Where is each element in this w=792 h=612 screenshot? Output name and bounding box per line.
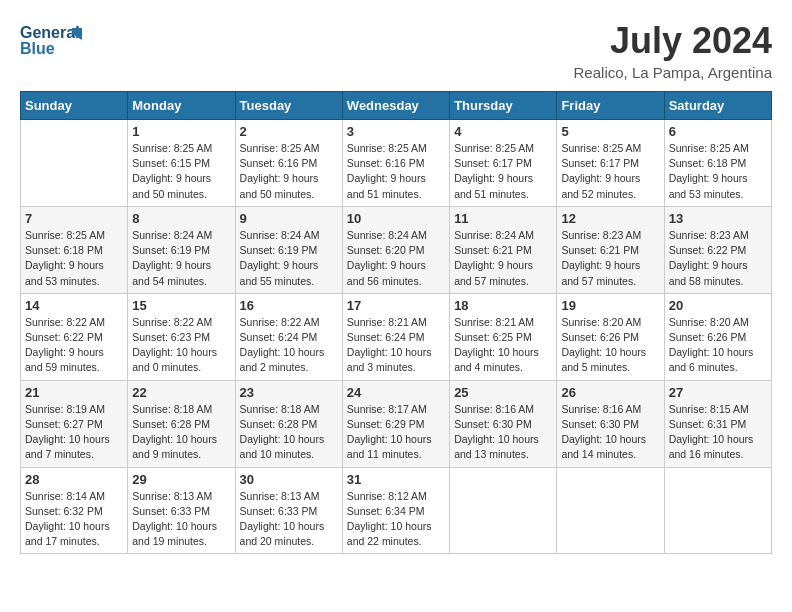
day-info: Sunrise: 8:16 AMSunset: 6:30 PMDaylight:… [454, 402, 552, 463]
day-info: Sunrise: 8:13 AMSunset: 6:33 PMDaylight:… [240, 489, 338, 550]
day-info: Sunrise: 8:15 AMSunset: 6:31 PMDaylight:… [669, 402, 767, 463]
day-info: Sunrise: 8:21 AMSunset: 6:24 PMDaylight:… [347, 315, 445, 376]
day-number: 24 [347, 385, 445, 400]
calendar-cell: 6Sunrise: 8:25 AMSunset: 6:18 PMDaylight… [664, 120, 771, 207]
calendar-cell: 21Sunrise: 8:19 AMSunset: 6:27 PMDayligh… [21, 380, 128, 467]
day-info: Sunrise: 8:23 AMSunset: 6:21 PMDaylight:… [561, 228, 659, 289]
day-info: Sunrise: 8:13 AMSunset: 6:33 PMDaylight:… [132, 489, 230, 550]
day-info: Sunrise: 8:25 AMSunset: 6:15 PMDaylight:… [132, 141, 230, 202]
calendar-cell: 20Sunrise: 8:20 AMSunset: 6:26 PMDayligh… [664, 293, 771, 380]
day-number: 14 [25, 298, 123, 313]
day-info: Sunrise: 8:25 AMSunset: 6:18 PMDaylight:… [669, 141, 767, 202]
logo: GeneralBlue [20, 20, 100, 60]
calendar-cell: 19Sunrise: 8:20 AMSunset: 6:26 PMDayligh… [557, 293, 664, 380]
week-row-4: 28Sunrise: 8:14 AMSunset: 6:32 PMDayligh… [21, 467, 772, 554]
page-header: GeneralBlue July 2024 Realico, La Pampa,… [20, 20, 772, 81]
week-row-3: 21Sunrise: 8:19 AMSunset: 6:27 PMDayligh… [21, 380, 772, 467]
day-info: Sunrise: 8:19 AMSunset: 6:27 PMDaylight:… [25, 402, 123, 463]
day-number: 10 [347, 211, 445, 226]
calendar-cell: 7Sunrise: 8:25 AMSunset: 6:18 PMDaylight… [21, 206, 128, 293]
day-number: 29 [132, 472, 230, 487]
title-block: July 2024 Realico, La Pampa, Argentina [574, 20, 772, 81]
day-number: 18 [454, 298, 552, 313]
day-number: 19 [561, 298, 659, 313]
day-number: 3 [347, 124, 445, 139]
calendar-cell: 17Sunrise: 8:21 AMSunset: 6:24 PMDayligh… [342, 293, 449, 380]
day-info: Sunrise: 8:24 AMSunset: 6:20 PMDaylight:… [347, 228, 445, 289]
calendar-cell: 8Sunrise: 8:24 AMSunset: 6:19 PMDaylight… [128, 206, 235, 293]
day-info: Sunrise: 8:18 AMSunset: 6:28 PMDaylight:… [132, 402, 230, 463]
calendar-cell [664, 467, 771, 554]
calendar-header-row: SundayMondayTuesdayWednesdayThursdayFrid… [21, 92, 772, 120]
calendar-cell: 1Sunrise: 8:25 AMSunset: 6:15 PMDaylight… [128, 120, 235, 207]
header-friday: Friday [557, 92, 664, 120]
day-number: 13 [669, 211, 767, 226]
day-info: Sunrise: 8:23 AMSunset: 6:22 PMDaylight:… [669, 228, 767, 289]
day-info: Sunrise: 8:24 AMSunset: 6:19 PMDaylight:… [240, 228, 338, 289]
calendar-cell: 27Sunrise: 8:15 AMSunset: 6:31 PMDayligh… [664, 380, 771, 467]
day-info: Sunrise: 8:20 AMSunset: 6:26 PMDaylight:… [669, 315, 767, 376]
day-number: 17 [347, 298, 445, 313]
day-number: 31 [347, 472, 445, 487]
day-info: Sunrise: 8:20 AMSunset: 6:26 PMDaylight:… [561, 315, 659, 376]
week-row-1: 7Sunrise: 8:25 AMSunset: 6:18 PMDaylight… [21, 206, 772, 293]
day-info: Sunrise: 8:22 AMSunset: 6:24 PMDaylight:… [240, 315, 338, 376]
day-info: Sunrise: 8:22 AMSunset: 6:22 PMDaylight:… [25, 315, 123, 376]
day-info: Sunrise: 8:18 AMSunset: 6:28 PMDaylight:… [240, 402, 338, 463]
day-number: 16 [240, 298, 338, 313]
month-year-title: July 2024 [574, 20, 772, 62]
day-number: 28 [25, 472, 123, 487]
calendar-cell: 10Sunrise: 8:24 AMSunset: 6:20 PMDayligh… [342, 206, 449, 293]
calendar-cell: 31Sunrise: 8:12 AMSunset: 6:34 PMDayligh… [342, 467, 449, 554]
header-thursday: Thursday [450, 92, 557, 120]
day-number: 11 [454, 211, 552, 226]
day-number: 22 [132, 385, 230, 400]
day-info: Sunrise: 8:14 AMSunset: 6:32 PMDaylight:… [25, 489, 123, 550]
week-row-0: 1Sunrise: 8:25 AMSunset: 6:15 PMDaylight… [21, 120, 772, 207]
calendar-cell: 22Sunrise: 8:18 AMSunset: 6:28 PMDayligh… [128, 380, 235, 467]
calendar-cell: 30Sunrise: 8:13 AMSunset: 6:33 PMDayligh… [235, 467, 342, 554]
day-number: 4 [454, 124, 552, 139]
calendar-cell: 24Sunrise: 8:17 AMSunset: 6:29 PMDayligh… [342, 380, 449, 467]
day-number: 26 [561, 385, 659, 400]
day-info: Sunrise: 8:16 AMSunset: 6:30 PMDaylight:… [561, 402, 659, 463]
day-number: 25 [454, 385, 552, 400]
day-info: Sunrise: 8:25 AMSunset: 6:16 PMDaylight:… [347, 141, 445, 202]
calendar-cell [21, 120, 128, 207]
svg-text:Blue: Blue [20, 40, 55, 57]
calendar-cell: 9Sunrise: 8:24 AMSunset: 6:19 PMDaylight… [235, 206, 342, 293]
calendar-cell: 14Sunrise: 8:22 AMSunset: 6:22 PMDayligh… [21, 293, 128, 380]
day-info: Sunrise: 8:24 AMSunset: 6:19 PMDaylight:… [132, 228, 230, 289]
day-number: 23 [240, 385, 338, 400]
calendar-cell: 13Sunrise: 8:23 AMSunset: 6:22 PMDayligh… [664, 206, 771, 293]
calendar-cell: 23Sunrise: 8:18 AMSunset: 6:28 PMDayligh… [235, 380, 342, 467]
calendar-cell: 25Sunrise: 8:16 AMSunset: 6:30 PMDayligh… [450, 380, 557, 467]
day-info: Sunrise: 8:17 AMSunset: 6:29 PMDaylight:… [347, 402, 445, 463]
day-number: 12 [561, 211, 659, 226]
day-number: 30 [240, 472, 338, 487]
day-number: 8 [132, 211, 230, 226]
day-number: 6 [669, 124, 767, 139]
logo-svg: GeneralBlue [20, 20, 100, 60]
svg-text:General: General [20, 24, 80, 41]
calendar-cell: 2Sunrise: 8:25 AMSunset: 6:16 PMDaylight… [235, 120, 342, 207]
header-sunday: Sunday [21, 92, 128, 120]
calendar-cell: 26Sunrise: 8:16 AMSunset: 6:30 PMDayligh… [557, 380, 664, 467]
calendar-cell: 16Sunrise: 8:22 AMSunset: 6:24 PMDayligh… [235, 293, 342, 380]
calendar-cell: 4Sunrise: 8:25 AMSunset: 6:17 PMDaylight… [450, 120, 557, 207]
header-monday: Monday [128, 92, 235, 120]
header-saturday: Saturday [664, 92, 771, 120]
calendar-cell: 28Sunrise: 8:14 AMSunset: 6:32 PMDayligh… [21, 467, 128, 554]
calendar-cell [450, 467, 557, 554]
day-info: Sunrise: 8:24 AMSunset: 6:21 PMDaylight:… [454, 228, 552, 289]
calendar-cell: 29Sunrise: 8:13 AMSunset: 6:33 PMDayligh… [128, 467, 235, 554]
calendar-cell: 5Sunrise: 8:25 AMSunset: 6:17 PMDaylight… [557, 120, 664, 207]
day-info: Sunrise: 8:25 AMSunset: 6:17 PMDaylight:… [561, 141, 659, 202]
day-number: 9 [240, 211, 338, 226]
day-info: Sunrise: 8:25 AMSunset: 6:17 PMDaylight:… [454, 141, 552, 202]
day-number: 20 [669, 298, 767, 313]
location-subtitle: Realico, La Pampa, Argentina [574, 64, 772, 81]
week-row-2: 14Sunrise: 8:22 AMSunset: 6:22 PMDayligh… [21, 293, 772, 380]
day-number: 27 [669, 385, 767, 400]
calendar-table: SundayMondayTuesdayWednesdayThursdayFrid… [20, 91, 772, 554]
